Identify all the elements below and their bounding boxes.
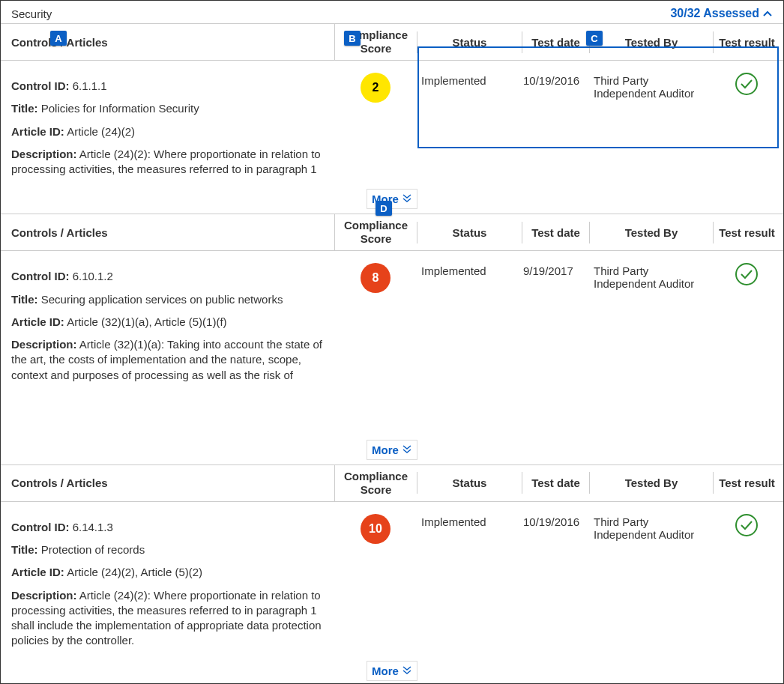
header-testedby: Tested By <box>589 472 713 494</box>
control-id-label: Control ID: <box>11 521 69 533</box>
table-row: Control ID: 6.10.1.2 Title: Securing app… <box>1 251 783 393</box>
chevron-double-down-icon <box>402 444 412 456</box>
table-row: Control ID: 6.1.1.1 Title: Policies for … <box>1 61 783 187</box>
assessed-label: 30/32 Assessed <box>670 7 759 20</box>
more-button[interactable]: More <box>367 440 417 460</box>
check-circle-icon <box>735 73 758 95</box>
header-result: Test result <box>713 31 780 53</box>
score-badge: 8 <box>361 263 391 293</box>
header-status: Status <box>417 472 522 494</box>
article-value: Article (24)(2), Article (5)(2) <box>67 566 202 578</box>
section-header: Security 30/32 Assessed <box>1 1 783 23</box>
score-cell: 8 <box>334 258 417 293</box>
control-id-value: 6.1.1.1 <box>73 79 107 92</box>
header-testedby: Tested By <box>589 31 713 53</box>
title-label: Title: <box>11 102 38 115</box>
status-cell: Implemented <box>417 258 522 280</box>
callout-c: C <box>586 31 603 46</box>
control-details: Control ID: 6.10.1.2 Title: Securing app… <box>1 258 334 393</box>
callout-a: A <box>50 31 67 46</box>
status-cell: Implemented <box>417 509 522 531</box>
more-button[interactable]: More <box>367 661 417 681</box>
header-score: ComplianceScore <box>334 214 417 250</box>
title-label: Title: <box>11 293 38 306</box>
column-headers: Controls / Articles ComplianceScore Stat… <box>1 23 783 61</box>
testedby-cell: Third Party Independent Auditor <box>589 68 713 103</box>
header-testdate: Test date <box>522 472 589 494</box>
control-details: Control ID: 6.14.1.3 Title: Protection o… <box>1 509 334 659</box>
header-testdate: Test date <box>522 31 589 53</box>
description-label: Description: <box>11 589 77 602</box>
column-headers: Controls / Articles ComplianceScore Stat… <box>1 464 783 502</box>
title-label: Title: <box>11 543 38 556</box>
control-details: Control ID: 6.1.1.1 Title: Policies for … <box>1 68 334 187</box>
header-controls: Controls / Articles <box>1 472 334 494</box>
compliance-panel: A B C D Security 30/32 Assessed Controls… <box>0 0 784 684</box>
section-title: Security <box>11 7 52 20</box>
callout-d: D <box>376 201 392 216</box>
header-controls: Controls / Articles <box>1 222 334 243</box>
header-status: Status <box>417 222 522 243</box>
callout-b: B <box>344 31 361 46</box>
result-cell <box>713 68 780 95</box>
header-status: Status <box>417 31 522 53</box>
testedby-cell: Third Party Independent Auditor <box>589 509 713 544</box>
description-label: Description: <box>11 338 77 351</box>
title-value: Policies for Information Security <box>41 102 199 115</box>
more-label: More <box>372 444 399 456</box>
header-score: ComplianceScore <box>334 465 417 501</box>
check-circle-icon <box>735 263 758 285</box>
status-cell: Implemented <box>417 68 522 90</box>
table-row: Control ID: 6.14.1.3 Title: Protection o… <box>1 502 783 659</box>
title-value: Protection of records <box>41 543 145 556</box>
score-badge: 10 <box>361 514 391 544</box>
score-cell: 10 <box>334 509 417 544</box>
column-headers: Controls / Articles ComplianceScore Stat… <box>1 214 783 251</box>
control-id-label: Control ID: <box>11 270 69 282</box>
article-value: Article (24)(2) <box>67 125 135 138</box>
chevron-double-down-icon <box>402 665 412 677</box>
article-label: Article ID: <box>11 125 64 138</box>
header-testdate: Test date <box>522 222 589 243</box>
header-testedby: Tested By <box>589 222 713 243</box>
assessed-toggle[interactable]: 30/32 Assessed <box>670 7 773 20</box>
chevron-double-down-icon <box>402 193 412 205</box>
title-value: Securing application services on public … <box>41 293 283 306</box>
score-cell: 2 <box>334 68 417 103</box>
chevron-up-icon <box>762 7 773 20</box>
testdate-cell: 10/19/2016 <box>522 509 589 531</box>
control-id-label: Control ID: <box>11 79 69 92</box>
description-label: Description: <box>11 148 77 160</box>
header-result: Test result <box>713 472 780 494</box>
result-cell <box>713 258 780 285</box>
testedby-cell: Third Party Independent Auditor <box>589 258 713 293</box>
header-result: Test result <box>713 222 780 243</box>
control-id-value: 6.10.1.2 <box>73 270 113 282</box>
check-circle-icon <box>735 514 758 536</box>
article-label: Article ID: <box>11 566 64 578</box>
score-badge: 2 <box>361 73 391 103</box>
article-label: Article ID: <box>11 315 64 328</box>
article-value: Article (32)(1)(a), Article (5)(1)(f) <box>67 315 226 328</box>
more-button[interactable]: More <box>367 189 417 209</box>
control-id-value: 6.14.1.3 <box>73 521 113 533</box>
more-label: More <box>372 665 399 677</box>
testdate-cell: 9/19/2017 <box>522 258 589 280</box>
testdate-cell: 10/19/2016 <box>522 68 589 90</box>
result-cell <box>713 509 780 536</box>
